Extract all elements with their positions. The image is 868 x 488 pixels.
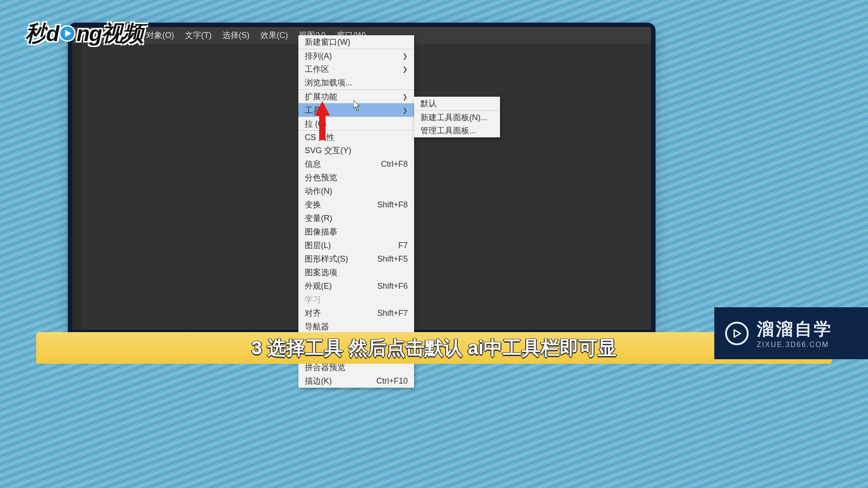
menu-item-label: 图形样式(S) [305,253,348,264]
menu-item[interactable]: 排列(A)❯ [298,49,414,62]
logo-part-1: 秒 [25,19,46,48]
menu-item-label: 导航器 [305,321,329,332]
menu-item-label: 分色预览 [305,172,337,183]
menu-item-label: 扩展功能 [305,91,337,102]
submenu-item-label: 默认 [420,98,437,109]
chevron-right-icon: ❯ [402,66,408,73]
menu-item-label: 信息 [305,159,321,169]
top-watermark-logo: 秒 d ng 视频 [25,19,143,48]
menu-item[interactable]: 外观(E)Shift+F6 [298,279,414,293]
menu-item-label: 排列(A) [305,51,332,61]
menu-item-label: 变换 [305,199,321,210]
menu-item[interactable]: 变量(R) [298,211,414,225]
menu-item[interactable]: 图案选项 [298,266,414,279]
submenu-item[interactable]: 新建工具面板(N)... [414,110,500,124]
menu-item[interactable]: 浏览加载项... [298,76,414,89]
menu-shortcut: Ctrl+F10 [376,376,408,386]
menu-item-label: 图案选项 [305,267,337,278]
menu-item-label: 变量(R) [305,213,332,224]
brand-text: 溜溜自学 ZIXUE.3D66.COM [757,318,833,349]
mouse-cursor-icon [354,100,361,111]
chevron-right-icon: ❯ [402,52,408,60]
menu-item[interactable]: SVG 交互(Y) [298,144,414,157]
menu-item-label: 动作(N) [305,186,332,197]
chevron-right-icon: ❯ [402,93,408,100]
menu-item[interactable]: 学习 [298,293,414,306]
menu-shortcut: Shift+F5 [377,254,408,264]
menu-item-label: 学习 [305,294,321,305]
menu-item[interactable]: 描边(K)Ctrl+F10 [298,374,414,388]
menu-shortcut: Shift+F6 [377,282,408,291]
annotation-arrow-icon [315,101,330,140]
subtitle-bar: 3 选择工具 然后点击默认 ai中工具栏即可显 [36,332,832,364]
menu-item-label: SVG 交互(Y) [305,145,351,156]
menu-item-label: 对齐 [305,308,321,319]
menu-item-label: 描边(K) [305,375,332,386]
menu-item[interactable]: 图像描摹 [298,225,414,239]
menu-item[interactable]: 工作区❯ [298,62,414,76]
menu-item-label: 外观(E) [305,281,332,291]
play-icon [59,25,75,42]
menu-item[interactable]: 图形样式(S)Shift+F5 [298,252,414,266]
submenu-item-label: 管理工具面板... [420,125,476,136]
menu-text[interactable]: 文字(T) [179,27,217,43]
menu-item-label: 工作区 [305,64,329,75]
menu-item-label: 新建窗口(W) [305,37,350,47]
logo-part-2: d [46,21,58,46]
logo-part-4: 视频 [101,19,143,48]
logo-part-3: ng [76,21,101,46]
submenu-item[interactable]: 管理工具面板... [414,124,500,137]
menu-item[interactable]: 新建窗口(W) [298,35,414,49]
menu-item[interactable]: 导航器 [298,320,414,333]
tools-submenu: 默认新建工具面板(N)...管理工具面板... [414,97,500,137]
menu-item[interactable]: 图层(L)F7 [298,239,414,252]
bottom-brand-badge: 溜溜自学 ZIXUE.3D66.COM [714,307,868,359]
menu-shortcut: Ctrl+F8 [381,160,408,169]
brand-url: ZIXUE.3D66.COM [757,341,833,349]
menu-effect[interactable]: 效果(C) [255,27,293,43]
brand-title: 溜溜自学 [757,318,833,341]
menu-item-label: 浏览加载项... [305,77,352,88]
menu-select[interactable]: 选择(S) [217,27,255,43]
subtitle-text: 3 选择工具 然后点击默认 ai中工具栏即可显 [251,335,616,361]
submenu-item[interactable]: 默认 [414,97,500,110]
menu-item[interactable]: 分色预览 [298,171,414,184]
menu-item-label: 图层(L) [305,240,331,251]
menu-shortcut: Shift+F7 [377,309,408,318]
menu-shortcut: F7 [398,241,408,250]
menu-item[interactable]: 信息Ctrl+F8 [298,157,414,171]
chevron-right-icon: ❯ [402,107,408,114]
menu-item[interactable]: 对齐Shift+F7 [298,306,414,320]
menu-object[interactable]: 对象(O) [141,27,179,43]
menu-item-label: 图像描摹 [305,226,337,237]
menu-item[interactable]: 变换Shift+F8 [298,198,414,211]
menu-item[interactable]: 动作(N) [298,184,414,198]
brand-play-icon [725,322,749,345]
menu-shortcut: Shift+F8 [377,200,408,210]
submenu-item-label: 新建工具面板(N)... [420,112,487,123]
